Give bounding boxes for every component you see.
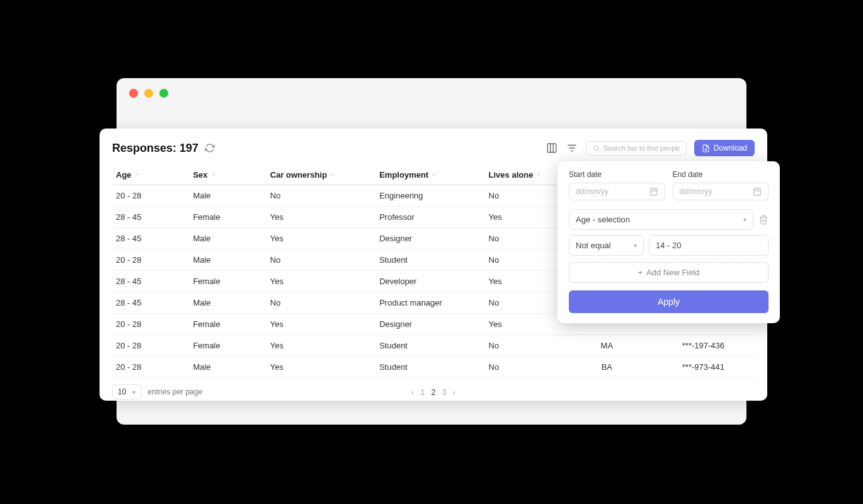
minimize-dot[interactable] bbox=[144, 89, 153, 98]
cell-sex: Female bbox=[189, 335, 266, 357]
cell-emp: Engineering bbox=[375, 185, 484, 207]
cell-emp: Developer bbox=[375, 271, 484, 292]
cell-emp: Designer bbox=[375, 314, 484, 335]
svg-line-7 bbox=[598, 149, 599, 151]
download-button[interactable]: Download bbox=[694, 140, 755, 156]
filter-icon[interactable] bbox=[566, 142, 578, 154]
cell-emp: Student bbox=[375, 335, 484, 357]
cell-car: No bbox=[266, 249, 375, 271]
cell-car: Yes bbox=[266, 207, 375, 228]
filter-operator-value: Not equal bbox=[576, 241, 611, 250]
refresh-icon[interactable] bbox=[205, 143, 215, 153]
entries-label: entries per page bbox=[147, 387, 202, 396]
add-field-button[interactable]: + Add New Field bbox=[569, 262, 769, 283]
cell-age: 28 - 45 bbox=[112, 292, 189, 314]
cell-emp: Student bbox=[375, 249, 484, 271]
end-date-label: End date bbox=[673, 170, 769, 179]
panel-header: Responses: 197 Download bbox=[112, 140, 755, 156]
close-dot[interactable] bbox=[129, 89, 138, 98]
col-age: Age bbox=[116, 170, 132, 180]
chevron-down-icon: ▾ bbox=[634, 242, 637, 249]
apply-label: Apply bbox=[658, 297, 680, 307]
col-sex: Sex bbox=[193, 170, 207, 180]
cell-alone: No bbox=[485, 185, 562, 207]
cell-sex: Male bbox=[189, 292, 266, 314]
cell-age: 28 - 45 bbox=[112, 207, 189, 228]
chevron-down-icon[interactable] bbox=[329, 170, 336, 180]
maximize-dot[interactable] bbox=[159, 89, 168, 98]
svg-rect-13 bbox=[754, 188, 761, 195]
end-date-input[interactable]: dd/mm/yy bbox=[673, 183, 769, 200]
apply-button[interactable]: Apply bbox=[569, 290, 769, 313]
download-icon bbox=[702, 144, 710, 152]
plus-icon: + bbox=[637, 268, 643, 277]
chevron-down-icon: ▾ bbox=[743, 216, 746, 223]
cell-sex: Female bbox=[189, 207, 266, 228]
chevron-down-icon[interactable] bbox=[535, 170, 542, 180]
end-date-placeholder: dd/mm/yy bbox=[680, 187, 712, 196]
cell-alone: Yes bbox=[485, 271, 562, 292]
cell-car: No bbox=[266, 292, 375, 314]
page-2[interactable]: 2 bbox=[431, 387, 435, 397]
entries-value: 10 bbox=[118, 387, 126, 396]
cell-emp: Product manager bbox=[375, 292, 484, 314]
cell-edu: MA bbox=[562, 335, 652, 357]
svg-point-6 bbox=[594, 146, 598, 150]
cell-age: 28 - 45 bbox=[112, 228, 189, 249]
titlebar bbox=[117, 78, 746, 108]
cell-sex: Male bbox=[189, 185, 266, 207]
entries-select[interactable]: 10 ▾ bbox=[112, 384, 141, 399]
cell-alone: Yes bbox=[485, 314, 562, 335]
page-prev[interactable]: ‹ bbox=[411, 387, 414, 397]
page-3[interactable]: 3 bbox=[442, 387, 447, 397]
chevron-down-icon[interactable] bbox=[431, 170, 437, 180]
download-label: Download bbox=[714, 144, 747, 152]
sort-asc-icon[interactable] bbox=[134, 170, 140, 180]
cell-alone: No bbox=[485, 228, 562, 249]
cell-car: Yes bbox=[266, 314, 375, 335]
cell-car: Yes bbox=[266, 357, 375, 378]
filter-value-input[interactable] bbox=[649, 235, 769, 256]
start-date-input[interactable]: dd/mm/yy bbox=[569, 183, 665, 200]
cell-emp: Professor bbox=[375, 207, 484, 228]
columns-icon[interactable] bbox=[546, 142, 558, 154]
cell-age: 20 - 28 bbox=[112, 314, 189, 335]
search-box[interactable] bbox=[586, 141, 687, 156]
col-emp: Employment bbox=[379, 170, 428, 180]
chevron-down-icon: ▾ bbox=[132, 389, 135, 396]
cell-emp: Designer bbox=[375, 228, 484, 249]
svg-rect-9 bbox=[650, 188, 657, 195]
svg-rect-0 bbox=[547, 144, 556, 152]
cell-car: Yes bbox=[266, 228, 375, 249]
search-input[interactable] bbox=[603, 144, 680, 152]
table-row[interactable]: 20 - 28FemaleYesStudentNoMA***-197-436 bbox=[112, 335, 755, 357]
trash-icon[interactable] bbox=[758, 215, 769, 225]
cell-sex: Female bbox=[189, 271, 266, 292]
page-next[interactable]: › bbox=[453, 387, 455, 397]
cell-sex: Male bbox=[189, 357, 266, 378]
cell-sex: Male bbox=[189, 228, 266, 249]
pagination: ‹ 1 2 3 › bbox=[411, 387, 455, 397]
table-row[interactable]: 20 - 28MaleYesStudentNoBA***-973-441 bbox=[112, 357, 755, 378]
responses-title: Responses: 197 bbox=[112, 142, 198, 155]
filter-field-select[interactable]: Age - selection ▾ bbox=[569, 209, 753, 230]
filter-popover: Start date dd/mm/yy End date dd/mm/yy Ag… bbox=[557, 161, 780, 323]
cell-phone: ***-197-436 bbox=[652, 335, 755, 357]
chevron-down-icon[interactable] bbox=[210, 170, 217, 180]
cell-age: 20 - 28 bbox=[112, 357, 189, 378]
cell-phone: ***-973-441 bbox=[652, 357, 755, 378]
cell-edu: BA bbox=[562, 357, 652, 378]
cell-age: 28 - 45 bbox=[112, 271, 189, 292]
table-footer: 10 ▾ entries per page ‹ 1 2 3 › bbox=[112, 384, 755, 399]
col-alone: Lives alone bbox=[489, 170, 534, 180]
cell-car: Yes bbox=[266, 271, 375, 292]
filter-operator-select[interactable]: Not equal ▾ bbox=[569, 235, 644, 256]
cell-alone: No bbox=[485, 292, 562, 314]
page-1[interactable]: 1 bbox=[420, 387, 425, 397]
cell-age: 20 - 28 bbox=[112, 249, 189, 271]
cell-car: Yes bbox=[266, 335, 375, 357]
add-field-label: Add New Field bbox=[646, 268, 700, 277]
cell-sex: Female bbox=[189, 314, 266, 335]
filter-field-value: Age - selection bbox=[576, 215, 630, 224]
search-icon bbox=[593, 144, 600, 152]
